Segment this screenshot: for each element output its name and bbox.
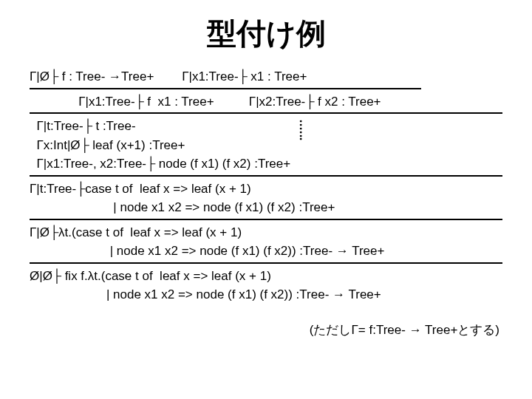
slide-title: 型付け例	[30, 13, 502, 54]
derivation-content: Γ|Ø├ f : Tree- →Tree+ Γ|x1:Tree-├ x1 : T…	[30, 67, 502, 339]
premise-row-2: Γ|x1:Tree-├ f x1 : Tree+ Γ|x2:Tree-├ f x…	[30, 92, 502, 112]
conclusion-4a: Γ|t:Tree-├case t of leaf x => leaf (x + …	[30, 180, 502, 199]
rule-line-3	[30, 175, 502, 177]
premise-1b: Γ|x1:Tree-├ x1 : Tree+	[182, 69, 307, 83]
premise-3b: Γx:Int|Ø├ leaf (x+1) :Tree+	[30, 136, 185, 155]
conclusion-6a: Ø|Ø├ fix f.λt.(case t of leaf x => leaf …	[30, 267, 502, 286]
conclusion-4b: | node x1 x2 => node (f x1) (f x2) :Tree…	[30, 198, 502, 217]
rule-line-5	[30, 262, 502, 264]
conclusion-5a: Γ|Ø├λt.(case t of leaf x => leaf (x + 1)	[30, 223, 502, 242]
premise-2b: Γ|x2:Tree-├ f x2 : Tree+	[249, 95, 381, 109]
premise-1a: Γ|Ø├ f : Tree- →Tree+	[30, 69, 154, 83]
conclusion-6b: | node x1 x2 => node (f x1) (f x2)) :Tre…	[30, 285, 502, 304]
rule-line-1	[30, 88, 421, 89]
premise-3a: Γ|t:Tree-├ t :Tree-	[30, 117, 185, 136]
conclusion-5b: | node x1 x2 => node (f x1) (f x2)) :Tre…	[30, 242, 502, 261]
premise-row-1: Γ|Ø├ f : Tree- →Tree+ Γ|x1:Tree-├ x1 : T…	[30, 67, 502, 86]
rule-line-2	[30, 112, 502, 114]
vdots-icon: ・・・・・・	[296, 120, 301, 141]
premise-2a: Γ|x1:Tree-├ f x1 : Tree+	[78, 95, 214, 109]
premise-3c: Γ|x1:Tree-, x2:Tree-├ node (f x1) (f x2)…	[30, 154, 502, 174]
rule-line-4	[30, 219, 502, 220]
slide: 型付け例 Γ|Ø├ f : Tree- →Tree+ Γ|x1:Tree-├ x…	[0, 0, 532, 399]
footnote: (ただしΓ= f:Tree- → Tree+とする)	[30, 321, 502, 340]
